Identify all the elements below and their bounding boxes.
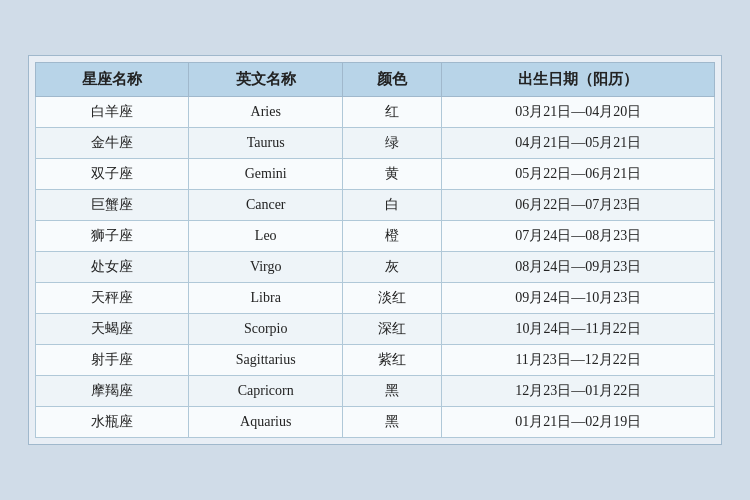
col-header-chinese: 星座名称 <box>36 63 189 97</box>
table-row: 巨蟹座Cancer白06月22日—07月23日 <box>36 190 715 221</box>
cell-chinese-name: 狮子座 <box>36 221 189 252</box>
cell-english-name: Aries <box>189 97 342 128</box>
cell-date: 05月22日—06月21日 <box>442 159 715 190</box>
cell-english-name: Aquarius <box>189 407 342 438</box>
cell-date: 10月24日—11月22日 <box>442 314 715 345</box>
cell-date: 12月23日—01月22日 <box>442 376 715 407</box>
cell-color: 白 <box>342 190 441 221</box>
table-row: 处女座Virgo灰08月24日—09月23日 <box>36 252 715 283</box>
cell-chinese-name: 金牛座 <box>36 128 189 159</box>
cell-date: 07月24日—08月23日 <box>442 221 715 252</box>
table-row: 双子座Gemini黄05月22日—06月21日 <box>36 159 715 190</box>
table-row: 白羊座Aries红03月21日—04月20日 <box>36 97 715 128</box>
col-header-english: 英文名称 <box>189 63 342 97</box>
cell-chinese-name: 处女座 <box>36 252 189 283</box>
cell-date: 11月23日—12月22日 <box>442 345 715 376</box>
cell-english-name: Leo <box>189 221 342 252</box>
cell-color: 紫红 <box>342 345 441 376</box>
table-row: 狮子座Leo橙07月24日—08月23日 <box>36 221 715 252</box>
cell-english-name: Sagittarius <box>189 345 342 376</box>
cell-english-name: Virgo <box>189 252 342 283</box>
cell-color: 深红 <box>342 314 441 345</box>
table-row: 天秤座Libra淡红09月24日—10月23日 <box>36 283 715 314</box>
cell-color: 绿 <box>342 128 441 159</box>
cell-color: 黑 <box>342 407 441 438</box>
cell-date: 03月21日—04月20日 <box>442 97 715 128</box>
cell-color: 淡红 <box>342 283 441 314</box>
cell-chinese-name: 水瓶座 <box>36 407 189 438</box>
table-row: 天蝎座Scorpio深红10月24日—11月22日 <box>36 314 715 345</box>
cell-color: 黄 <box>342 159 441 190</box>
cell-chinese-name: 摩羯座 <box>36 376 189 407</box>
cell-chinese-name: 天蝎座 <box>36 314 189 345</box>
cell-date: 08月24日—09月23日 <box>442 252 715 283</box>
table-row: 金牛座Taurus绿04月21日—05月21日 <box>36 128 715 159</box>
zodiac-table: 星座名称 英文名称 颜色 出生日期（阳历） 白羊座Aries红03月21日—04… <box>35 62 715 438</box>
cell-color: 灰 <box>342 252 441 283</box>
cell-english-name: Scorpio <box>189 314 342 345</box>
cell-english-name: Gemini <box>189 159 342 190</box>
table-row: 水瓶座Aquarius黑01月21日—02月19日 <box>36 407 715 438</box>
cell-date: 04月21日—05月21日 <box>442 128 715 159</box>
cell-english-name: Taurus <box>189 128 342 159</box>
table-header-row: 星座名称 英文名称 颜色 出生日期（阳历） <box>36 63 715 97</box>
cell-english-name: Capricorn <box>189 376 342 407</box>
cell-chinese-name: 天秤座 <box>36 283 189 314</box>
cell-date: 01月21日—02月19日 <box>442 407 715 438</box>
cell-date: 06月22日—07月23日 <box>442 190 715 221</box>
table-row: 摩羯座Capricorn黑12月23日—01月22日 <box>36 376 715 407</box>
cell-chinese-name: 射手座 <box>36 345 189 376</box>
cell-chinese-name: 双子座 <box>36 159 189 190</box>
col-header-color: 颜色 <box>342 63 441 97</box>
table-row: 射手座Sagittarius紫红11月23日—12月22日 <box>36 345 715 376</box>
zodiac-table-container: 星座名称 英文名称 颜色 出生日期（阳历） 白羊座Aries红03月21日—04… <box>28 55 722 445</box>
cell-date: 09月24日—10月23日 <box>442 283 715 314</box>
cell-english-name: Cancer <box>189 190 342 221</box>
cell-chinese-name: 白羊座 <box>36 97 189 128</box>
cell-color: 黑 <box>342 376 441 407</box>
col-header-date: 出生日期（阳历） <box>442 63 715 97</box>
cell-color: 橙 <box>342 221 441 252</box>
cell-chinese-name: 巨蟹座 <box>36 190 189 221</box>
cell-color: 红 <box>342 97 441 128</box>
cell-english-name: Libra <box>189 283 342 314</box>
